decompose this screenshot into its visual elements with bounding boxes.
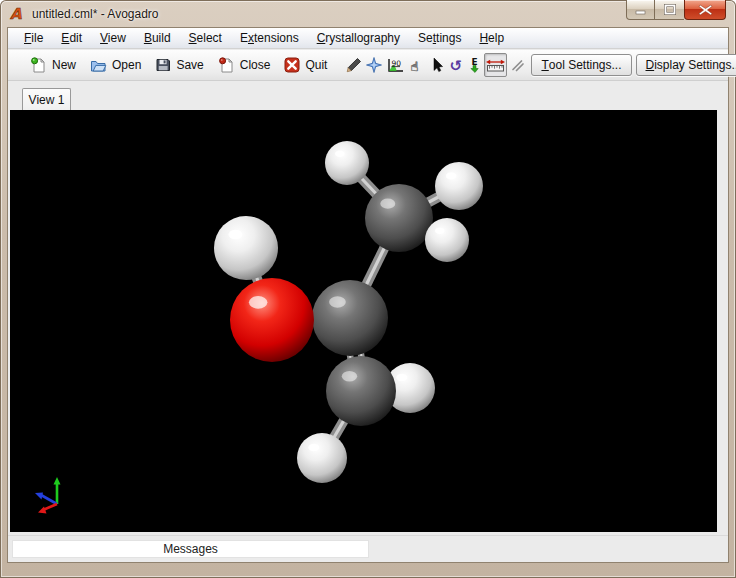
messages-label: Messages <box>163 542 218 556</box>
navigate-star-icon <box>366 57 382 73</box>
atom-C1[interactable] <box>365 184 433 252</box>
new-document-icon <box>30 57 47 74</box>
tab-view-1-label: View 1 <box>29 93 65 107</box>
align-tool[interactable] <box>509 53 526 77</box>
align-icon <box>510 58 525 73</box>
viewport-3d[interactable] <box>10 110 717 532</box>
auto-rotate-tool[interactable]: ↺ <box>448 53 466 77</box>
menubar: FileEditViewBuildSelectExtensionsCrystal… <box>8 28 728 49</box>
atom-H2[interactable] <box>435 162 483 210</box>
avogadro-logo-icon: A <box>9 5 26 22</box>
atom-O1[interactable] <box>230 278 314 362</box>
atoms-group <box>214 141 483 483</box>
open-button-label: Open <box>112 58 141 72</box>
svg-text:☝: ☝ <box>411 59 419 74</box>
close-icon <box>698 4 713 16</box>
measure-tool[interactable] <box>484 53 507 77</box>
specular-highlight <box>329 296 346 307</box>
optimize-icon: E <box>469 57 481 74</box>
titlebar[interactable]: A untitled.cml* - Avogadro <box>0 0 736 28</box>
hand-icon: ☝ <box>409 57 425 73</box>
save-button-label: Save <box>176 58 203 72</box>
axis-indicator <box>30 474 72 518</box>
specular-highlight <box>308 444 319 452</box>
atom-C3[interactable] <box>326 356 396 426</box>
auto-optimize-tool[interactable]: E <box>468 53 482 77</box>
dock-separator <box>8 535 728 536</box>
specular-highlight <box>342 371 357 382</box>
specular-highlight <box>380 199 395 209</box>
angle-90-icon: 90 <box>386 57 405 73</box>
minimize-button[interactable] <box>626 0 655 20</box>
menu-select[interactable]: Select <box>180 29 231 47</box>
menu-crystallography[interactable]: Crystallography <box>308 29 409 47</box>
new-button-label: New <box>52 58 76 72</box>
atom-H1[interactable] <box>325 141 369 185</box>
navigate-tool[interactable] <box>365 53 383 77</box>
quit-icon <box>284 57 300 73</box>
messages-dock-toggle[interactable]: Messages <box>12 540 369 558</box>
close-button[interactable]: Close <box>211 54 278 77</box>
specular-highlight <box>228 230 242 240</box>
display-settings-button[interactable]: Display Settings... <box>636 54 736 76</box>
manipulate-tool[interactable]: ☝ <box>408 53 426 77</box>
svg-text:↺: ↺ <box>450 57 463 73</box>
ruler-icon <box>485 57 506 73</box>
save-icon <box>155 57 171 73</box>
atom-H4[interactable] <box>214 216 278 280</box>
open-button[interactable]: Open <box>83 54 148 77</box>
caption-buttons <box>626 0 726 20</box>
select-tool[interactable] <box>428 53 446 77</box>
minimize-icon <box>635 5 646 15</box>
open-folder-icon <box>90 57 107 74</box>
window-title: untitled.cml* - Avogadro <box>32 7 159 21</box>
toolbar: NewOpenSaveCloseQuit90☝↺ETool Settings..… <box>8 50 728 81</box>
menu-view[interactable]: View <box>91 29 135 47</box>
menu-file[interactable]: File <box>15 29 52 47</box>
new-button[interactable]: New <box>23 54 83 77</box>
maximize-button[interactable] <box>655 0 684 20</box>
tab-view-1[interactable]: View 1 <box>22 88 71 110</box>
specular-highlight <box>435 227 445 234</box>
draw-tool[interactable] <box>345 53 363 77</box>
menu-settings[interactable]: Settings <box>409 29 470 47</box>
cursor-arrow-icon <box>429 57 445 73</box>
svg-text:A: A <box>10 5 22 22</box>
molecule-canvas[interactable] <box>10 110 717 532</box>
menu-edit[interactable]: Edit <box>52 29 91 47</box>
quit-button-label: Quit <box>305 58 327 72</box>
atom-H3[interactable] <box>425 218 469 262</box>
menu-extensions[interactable]: Extensions <box>231 29 308 47</box>
specular-highlight <box>446 172 457 179</box>
rotate-icon: ↺ <box>449 57 465 73</box>
svg-text:90: 90 <box>392 59 402 68</box>
close-document-icon <box>218 57 235 74</box>
maximize-icon <box>664 4 676 15</box>
avogadro-window: A untitled.cml* - Avogadro FileEditViewB… <box>0 0 736 578</box>
close-button[interactable] <box>684 0 726 20</box>
atom-H6[interactable] <box>297 433 347 483</box>
specular-highlight <box>249 296 267 309</box>
specular-highlight <box>396 374 407 382</box>
tool-settings-button[interactable]: Tool Settings... <box>531 54 631 76</box>
menu-build[interactable]: Build <box>135 29 180 47</box>
specular-highlight <box>335 150 345 157</box>
pencil-icon <box>346 57 362 73</box>
menu-help[interactable]: Help <box>470 29 513 47</box>
atom-C2[interactable] <box>312 280 388 356</box>
close-button-label: Close <box>240 58 271 72</box>
bond-centric-tool[interactable]: 90 <box>385 53 406 77</box>
client-area: FileEditViewBuildSelectExtensionsCrystal… <box>8 28 728 562</box>
quit-button[interactable]: Quit <box>277 54 334 76</box>
save-button[interactable]: Save <box>148 54 210 76</box>
